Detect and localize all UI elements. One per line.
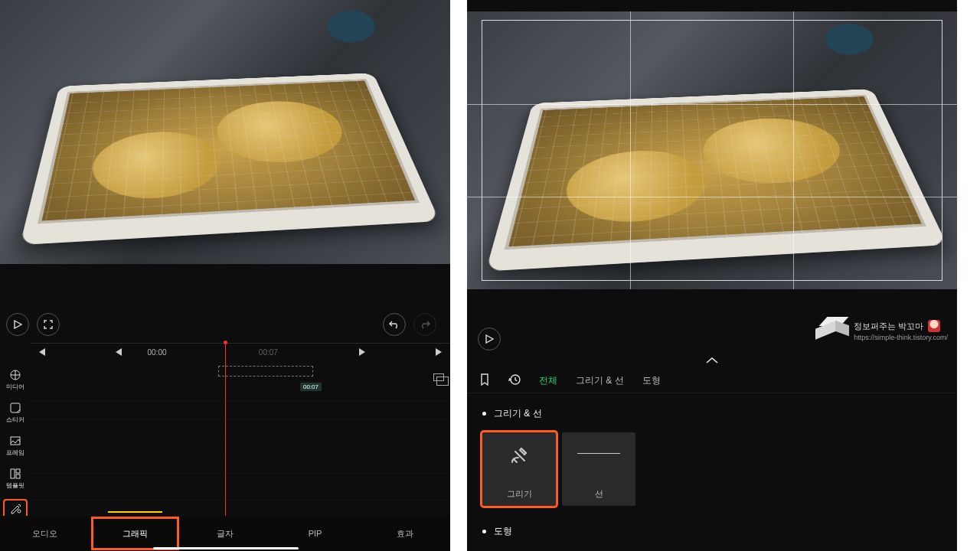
section-title: 도형 — [467, 519, 957, 544]
svg-rect-4 — [16, 469, 20, 473]
time-mark: 00:07 — [240, 348, 296, 357]
tab-effect[interactable]: 효과 — [360, 516, 450, 551]
bookmark-icon[interactable] — [479, 373, 490, 388]
side-tool-frame[interactable]: 프레임 — [3, 433, 28, 458]
filter-shape[interactable]: 도형 — [642, 374, 661, 387]
watermark-credit: 정보퍼주는 박꼬마 https://simple-think.tistory.c… — [812, 314, 948, 347]
expand-panel-button[interactable] — [705, 354, 719, 367]
editor-right-panel: 정보퍼주는 박꼬마 https://simple-think.tistory.c… — [467, 0, 957, 551]
pencil-icon — [506, 432, 532, 478]
playhead[interactable] — [225, 343, 226, 516]
filter-bar: 전체 그리기 & 선 도형 — [467, 369, 957, 393]
tab-pip[interactable]: PIP — [270, 516, 361, 551]
svg-rect-3 — [11, 469, 15, 478]
tab-text[interactable]: 글자 — [180, 516, 270, 551]
card-label: 그리기 — [507, 488, 532, 500]
play-button[interactable] — [6, 313, 29, 336]
section-title: 그리기 & 선 — [467, 401, 957, 426]
side-toolbar: 미디어 스티커 프레임 템플릿 그리기 & 도형 — [0, 363, 31, 516]
bottom-tabs: 오디오 그래픽 글자 PIP 효과 — [0, 516, 450, 551]
time-start: 00:00 — [129, 348, 185, 357]
credit-avatar — [928, 320, 940, 332]
history-icon[interactable] — [508, 373, 521, 388]
filter-all[interactable]: 전체 — [539, 374, 557, 387]
timeline-tracks[interactable] — [31, 363, 450, 516]
home-indicator — [153, 547, 299, 549]
card-label: 선 — [595, 488, 603, 500]
side-tool-label: 템플릿 — [6, 481, 24, 490]
section-shape: 도형 — [467, 519, 957, 544]
credit-url: https://simple-think.tistory.com/ — [854, 334, 948, 341]
fullscreen-button[interactable] — [37, 313, 60, 336]
clip-duration-tag: 00:07 — [300, 383, 322, 391]
timeline-ruler[interactable]: 00:00 · 00:07 — [31, 343, 450, 361]
redo-button[interactable] — [413, 313, 436, 336]
svg-point-6 — [18, 510, 21, 513]
logo-cube-icon — [812, 314, 846, 347]
layers-icon[interactable] — [433, 373, 444, 381]
preview-with-guides[interactable] — [467, 11, 957, 289]
tab-graphic[interactable]: 그래픽 — [90, 516, 181, 551]
side-tool-template[interactable]: 템플릿 — [3, 466, 28, 491]
filter-drawline[interactable]: 그리기 & 선 — [576, 374, 624, 387]
preview-player[interactable] — [0, 0, 450, 264]
side-tool-label: 미디어 — [6, 383, 24, 391]
next-frame-button[interactable] — [351, 348, 373, 357]
side-tool-label: 프레임 — [6, 448, 24, 457]
card-draw[interactable]: 그리기 — [482, 432, 556, 506]
player-controls — [0, 312, 450, 337]
section-drawline: 그리기 & 선 그리기 선 — [467, 401, 957, 512]
credit-title: 정보퍼주는 박꼬마 — [854, 321, 923, 332]
line-icon — [577, 453, 620, 454]
side-tool-sticker[interactable]: 스티커 — [3, 400, 28, 425]
card-line[interactable]: 선 — [562, 432, 635, 506]
side-tool-media[interactable]: 미디어 — [3, 367, 28, 393]
undo-button[interactable] — [383, 313, 406, 336]
skip-end-button[interactable] — [429, 348, 450, 357]
editor-left-panel: 00:00 · 00:07 미디어 스티커 프레임 템플릿 그리기 & 도형 — [0, 0, 450, 551]
timeline-clip[interactable] — [218, 366, 313, 377]
tab-audio[interactable]: 오디오 — [0, 516, 90, 551]
svg-rect-5 — [16, 474, 20, 478]
skip-start-button[interactable] — [31, 348, 52, 357]
play-button[interactable] — [478, 328, 501, 350]
prev-frame-button[interactable] — [108, 348, 129, 357]
side-tool-label: 스티커 — [6, 416, 24, 424]
